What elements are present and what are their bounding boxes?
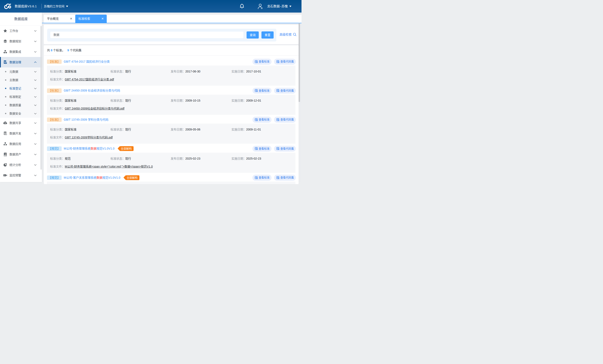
- svg-text:¥: ¥: [5, 153, 6, 155]
